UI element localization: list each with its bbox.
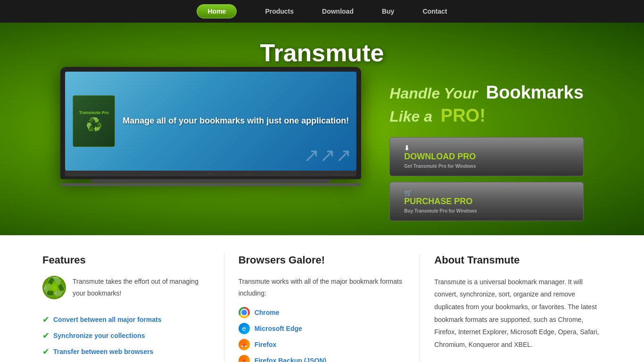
feature-sync: ✔ Synchronize your collections [42,330,210,341]
check-icon: ✔ [42,346,50,357]
content-section: Features ♻️ Transmute takes the effort o… [0,235,644,362]
browser-label-edge[interactable]: Microsoft Edge [255,325,302,332]
features-intro-text: Transmute takes the effort out of managi… [73,276,210,299]
transmute-icon: ♻️ [42,276,66,299]
edge-icon: e [239,323,250,334]
nav-products[interactable]: Products [265,8,294,15]
hero-section: Transmute Transmute Pro ♻️ Manage all of… [0,23,644,235]
browser-firefox: 🦊 Firefox [239,339,406,350]
browser-edge: e Microsoft Edge [239,323,406,334]
screen-text: Manage all of your bookmarks with just o… [123,115,349,127]
features-col: Features ♻️ Transmute takes the effort o… [28,254,224,362]
browsers-title: Browsers Galore! [239,254,406,266]
hero-title: Transmute [0,32,644,67]
browser-label-firefox-json[interactable]: Firefox Backup (JSON) [255,357,326,362]
feature-convert: ✔ Convert between all major formats [42,314,210,325]
hero-laptop: Transmute Pro ♻️ Manage all of your book… [60,67,361,186]
feature-label-convert[interactable]: Convert between all major formats [53,316,162,323]
about-text: Transmute is a universal bookmark manage… [434,276,602,351]
chrome-icon [239,307,250,318]
check-icon: ✔ [42,330,50,341]
feature-label-sync[interactable]: Synchronize your collections [53,332,145,339]
features-title: Features [42,254,210,266]
browser-label-firefox[interactable]: Firefox [255,341,277,348]
feature-transfer: ✔ Transfer between web browsers [42,346,210,357]
hero-cta: Handle Your Bookmarks Like a PRO! ⬇DOWNL… [389,72,583,221]
purchase-pro-button[interactable]: 🛒PURCHASE PRO Buy Transmute Pro for Wind… [389,182,583,221]
nav-download[interactable]: Download [322,8,354,15]
browsers-intro: Transmute works with all of the major bo… [239,276,406,299]
browser-label-chrome[interactable]: Chrome [255,309,280,316]
product-box: Transmute Pro ♻️ [73,95,115,147]
firefox-icon: 🦊 [239,339,250,350]
feature-label-transfer[interactable]: Transfer between web browsers [53,348,153,355]
about-title: About Transmute [434,254,602,266]
download-pro-button[interactable]: ⬇DOWNLOAD PRO Get Transmute Pro for Wind… [389,137,583,176]
nav-contact[interactable]: Contact [422,8,447,15]
firefox-json-icon: 🦊 [239,355,250,362]
navbar: Home Products Download Buy Contact [0,0,644,23]
about-col: About Transmute Transmute is a universal… [420,254,616,362]
browsers-col: Browsers Galore! Transmute works with al… [224,254,421,362]
browser-firefox-json: 🦊 Firefox Backup (JSON) [239,355,406,362]
check-icon: ✔ [42,314,50,325]
nav-home[interactable]: Home [197,4,237,18]
browser-chrome: Chrome [239,307,406,318]
features-intro: ♻️ Transmute takes the effort out of man… [42,276,210,307]
nav-buy[interactable]: Buy [382,8,394,15]
hero-tagline: Handle Your Bookmarks Like a PRO! [389,81,583,128]
